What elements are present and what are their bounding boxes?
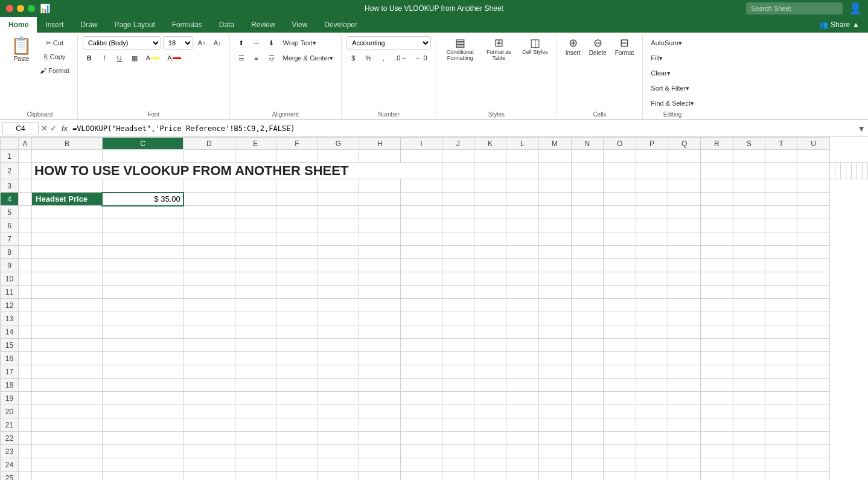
cell-C7[interactable] — [102, 232, 183, 246]
cell-F11[interactable] — [276, 286, 318, 299]
cell-Q18[interactable] — [668, 379, 701, 392]
cell-E14[interactable] — [235, 325, 276, 339]
cell-K15[interactable] — [474, 339, 506, 352]
row-header-10[interactable]: 10 — [1, 272, 19, 286]
insert-button[interactable]: ⊕ Insert — [562, 36, 584, 57]
cell-L2[interactable] — [733, 163, 765, 179]
cell-F10[interactable] — [276, 272, 318, 286]
cell-B20[interactable] — [32, 405, 103, 418]
cell-D18[interactable] — [183, 379, 235, 392]
cell-B25[interactable] — [32, 472, 103, 481]
cell-T6[interactable] — [765, 219, 797, 232]
cell-R12[interactable] — [701, 299, 733, 312]
cell-E8[interactable] — [235, 246, 276, 259]
cell-I8[interactable] — [401, 246, 442, 259]
cell-L8[interactable] — [506, 246, 538, 259]
cell-P4[interactable] — [636, 193, 668, 206]
cell-N13[interactable] — [571, 312, 604, 325]
cell-J7[interactable] — [442, 232, 474, 246]
cell-I17[interactable] — [401, 365, 442, 379]
cell-S4[interactable] — [733, 193, 765, 206]
cell-R17[interactable] — [701, 365, 733, 379]
cell-E18[interactable] — [235, 379, 276, 392]
cell-U6[interactable] — [797, 219, 830, 232]
cell-T1[interactable] — [765, 150, 797, 163]
cell-B11[interactable] — [32, 286, 103, 299]
cell-G24[interactable] — [318, 458, 359, 472]
col-header-R[interactable]: R — [701, 138, 733, 150]
dollar-sign-button[interactable]: $ — [346, 51, 360, 65]
cell-M21[interactable] — [538, 418, 571, 432]
cell-P21[interactable] — [636, 418, 668, 432]
cell-P14[interactable] — [636, 325, 668, 339]
cell-O11[interactable] — [604, 286, 636, 299]
cell-T24[interactable] — [765, 458, 797, 472]
cell-J3[interactable] — [442, 179, 474, 193]
cell-K2[interactable] — [701, 163, 733, 179]
cell-G20[interactable] — [318, 405, 359, 418]
cell-H19[interactable] — [359, 392, 401, 405]
row-header-24[interactable]: 24 — [1, 458, 19, 472]
cell-J20[interactable] — [442, 405, 474, 418]
cell-H3[interactable] — [359, 179, 401, 193]
cell-D24[interactable] — [183, 458, 235, 472]
cell-M11[interactable] — [538, 286, 571, 299]
cell-A16[interactable] — [19, 352, 32, 365]
cell-C17[interactable] — [102, 365, 183, 379]
cell-O5[interactable] — [604, 206, 636, 219]
cell-O9[interactable] — [604, 259, 636, 272]
cell-G16[interactable] — [318, 352, 359, 365]
align-right-button[interactable]: ☲ — [265, 51, 278, 65]
clear-button[interactable]: Clear ▾ — [648, 66, 673, 80]
cell-U3[interactable] — [797, 179, 830, 193]
cell-H9[interactable] — [359, 259, 401, 272]
cell-E20[interactable] — [235, 405, 276, 418]
cell-Q8[interactable] — [668, 246, 701, 259]
cell-S10[interactable] — [733, 272, 765, 286]
tab-home[interactable]: Home — [0, 17, 37, 33]
cell-F17[interactable] — [276, 365, 318, 379]
cell-M4[interactable] — [538, 193, 571, 206]
cell-S23[interactable] — [733, 445, 765, 458]
cell-Q4[interactable] — [668, 193, 701, 206]
cell-H14[interactable] — [359, 325, 401, 339]
cell-H4[interactable] — [359, 193, 401, 206]
cell-P23[interactable] — [636, 445, 668, 458]
italic-button[interactable]: I — [98, 51, 111, 65]
cell-J10[interactable] — [442, 272, 474, 286]
cell-I25[interactable] — [401, 472, 442, 481]
col-header-O[interactable]: O — [604, 138, 636, 150]
cell-T12[interactable] — [765, 299, 797, 312]
cell-R1[interactable] — [701, 150, 733, 163]
cell-L17[interactable] — [506, 365, 538, 379]
col-header-D[interactable]: D — [183, 138, 235, 150]
cell-O23[interactable] — [604, 445, 636, 458]
cell-A17[interactable] — [19, 365, 32, 379]
cell-E3[interactable] — [235, 179, 276, 193]
cell-R8[interactable] — [701, 246, 733, 259]
cell-I2[interactable] — [636, 163, 668, 179]
cell-reference-box[interactable]: C4 — [2, 122, 39, 135]
cell-I4[interactable] — [401, 193, 442, 206]
cell-J11[interactable] — [442, 286, 474, 299]
cell-U13[interactable] — [797, 312, 830, 325]
cell-D23[interactable] — [183, 445, 235, 458]
cell-B6[interactable] — [32, 219, 103, 232]
cell-N21[interactable] — [571, 418, 604, 432]
col-header-H[interactable]: H — [359, 138, 401, 150]
tab-developer[interactable]: Developer — [316, 17, 366, 33]
cell-C14[interactable] — [102, 325, 183, 339]
cell-styles-button[interactable]: ◫ Cell Styles — [519, 36, 552, 57]
cell-T7[interactable] — [765, 232, 797, 246]
cell-Q20[interactable] — [668, 405, 701, 418]
fill-color-button[interactable]: A — [143, 51, 162, 65]
cell-A25[interactable] — [19, 472, 32, 481]
cell-D5[interactable] — [183, 206, 235, 219]
cell-D6[interactable] — [183, 219, 235, 232]
cell-M20[interactable] — [538, 405, 571, 418]
format-button[interactable]: ⊟ Format — [611, 36, 638, 57]
col-header-U[interactable]: U — [797, 138, 830, 150]
cell-D14[interactable] — [183, 325, 235, 339]
cell-R19[interactable] — [701, 392, 733, 405]
cell-U23[interactable] — [797, 445, 830, 458]
